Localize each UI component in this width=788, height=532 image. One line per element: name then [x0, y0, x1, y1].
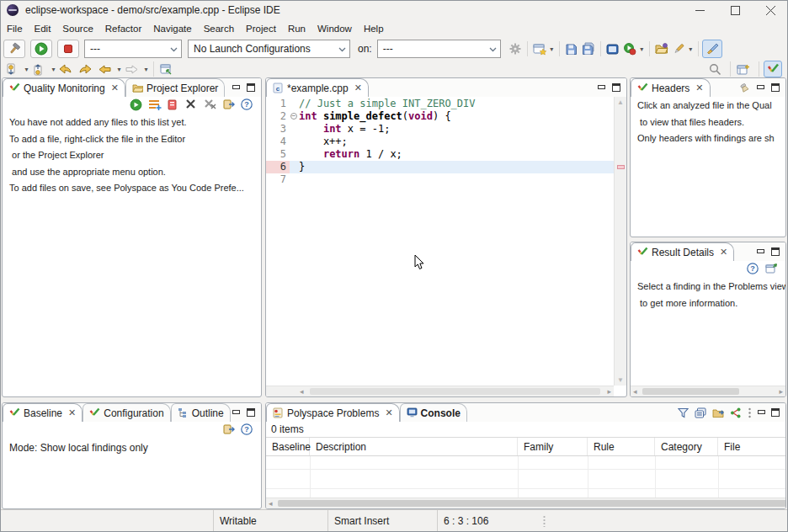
fold-collapse-icon[interactable]: −	[290, 113, 297, 120]
code-editor[interactable]: 1// Just a simple INT_ZERO_DIV2−int simp…	[266, 97, 614, 386]
code-text[interactable]: // Just a simple INT_ZERO_DIV	[299, 98, 614, 110]
clear-view-button[interactable]	[738, 82, 750, 93]
launch-config-combo[interactable]: No Launch Configurations	[188, 40, 350, 58]
save-all-button[interactable]	[580, 40, 597, 57]
code-text[interactable]: int x = -1;	[299, 123, 614, 136]
minimize-view-button[interactable]	[757, 85, 764, 91]
code-text[interactable]: x++;	[299, 136, 614, 148]
annotate-button[interactable]	[670, 40, 687, 57]
tab-headers[interactable]: Headers ✕	[631, 78, 711, 97]
line-number[interactable]: 6	[266, 161, 290, 173]
minimize-view-button[interactable]	[232, 410, 240, 416]
forward-history-dropdown[interactable]: ▾	[142, 61, 150, 77]
help-button[interactable]: ?	[241, 98, 254, 112]
minimize-view-button[interactable]	[598, 85, 605, 91]
close-tab-icon[interactable]: ✕	[111, 82, 119, 93]
code-text[interactable]	[299, 173, 614, 186]
overview-annotation-marker[interactable]	[617, 165, 625, 169]
last-edit-location-button[interactable]	[157, 61, 174, 77]
previous-annotation-dropdown[interactable]: ▾	[50, 61, 57, 77]
next-annotation-dropdown[interactable]: ▾	[23, 61, 30, 77]
menu-item[interactable]: Source	[56, 22, 98, 35]
code-text[interactable]: return 1 / x;	[299, 148, 614, 161]
column-header[interactable]: Category	[655, 438, 718, 455]
run-history-dropdown[interactable]: ▾	[638, 40, 646, 57]
line-number[interactable]: 2	[266, 110, 290, 123]
scroll-right-icon[interactable]: ▸	[607, 386, 611, 396]
maximize-view-button[interactable]	[247, 83, 255, 92]
code-text[interactable]: }	[299, 161, 614, 173]
scroll-left-icon[interactable]: ◂	[633, 386, 637, 396]
editor-horizontal-scrollbar[interactable]: ◂ ▸	[266, 386, 614, 396]
tab-project-explorer[interactable]: Project Explorer	[125, 78, 225, 97]
open-file-button[interactable]	[653, 40, 670, 57]
group-view-button[interactable]	[695, 407, 706, 418]
scroll-up-icon[interactable]: ▲	[615, 98, 626, 106]
menu-item[interactable]: File	[1, 22, 29, 35]
launch-settings-button[interactable]	[507, 40, 524, 57]
view-menu-button[interactable]	[748, 407, 752, 418]
column-header[interactable]: Baseline	[266, 438, 310, 455]
line-number[interactable]: 3	[266, 123, 290, 136]
highlight-toggle-button[interactable]	[702, 40, 722, 58]
column-header[interactable]: Rule	[588, 438, 655, 455]
code-line[interactable]: 5 return 1 / x;	[266, 148, 614, 161]
line-number[interactable]: 1	[266, 98, 290, 110]
menu-item[interactable]: Help	[358, 22, 390, 35]
add-files-button[interactable]	[148, 98, 162, 112]
help-button[interactable]: ?	[747, 263, 760, 276]
minimize-view-button[interactable]	[232, 85, 240, 91]
run-history-button[interactable]	[621, 40, 638, 57]
back-history-dropdown[interactable]: ▾	[115, 61, 123, 77]
tab-outline[interactable]: Outline	[171, 403, 231, 422]
column-header[interactable]: Description	[310, 438, 518, 455]
build-config-combo[interactable]: ---	[84, 40, 182, 58]
console-view-button[interactable]	[604, 40, 621, 57]
help-button[interactable]: ?	[241, 423, 254, 437]
maximize-view-button[interactable]	[771, 247, 780, 256]
line-number[interactable]: 7	[266, 173, 290, 186]
new-wizard-button[interactable]	[531, 40, 548, 57]
minimize-view-button[interactable]	[757, 249, 764, 255]
menu-item[interactable]: Search	[198, 22, 240, 35]
code-line[interactable]: 1// Just a simple INT_ZERO_DIV	[266, 98, 614, 110]
tab-quality-monitoring[interactable]: Quality Monitoring ✕	[3, 78, 125, 97]
column-header[interactable]: Family	[518, 438, 588, 455]
tab-console[interactable]: Console	[400, 403, 467, 422]
forward-history-button[interactable]	[123, 61, 140, 77]
code-line[interactable]: 6}	[266, 161, 614, 173]
sync-button[interactable]	[730, 407, 742, 418]
result-horizontal-scrollbar[interactable]: ◂ ▸	[631, 386, 785, 396]
scroll-right-icon[interactable]: ▸	[779, 386, 783, 396]
stop-button[interactable]	[57, 40, 79, 58]
menu-item[interactable]: Window	[311, 22, 358, 35]
column-header[interactable]: File	[718, 438, 785, 455]
search-button[interactable]	[706, 61, 723, 77]
maximize-button[interactable]	[717, 0, 753, 20]
filter-button[interactable]	[678, 407, 689, 418]
close-tab-icon[interactable]: ✕	[385, 407, 392, 418]
close-tab-icon[interactable]: ✕	[354, 82, 362, 93]
code-line[interactable]: 2−int simple_defect(void) {	[266, 110, 614, 123]
maximize-view-button[interactable]	[247, 408, 255, 417]
run-button[interactable]	[30, 40, 52, 58]
scroll-left-icon[interactable]: ◂	[300, 386, 304, 396]
preferences-button[interactable]	[222, 423, 236, 437]
close-tab-icon[interactable]: ✕	[720, 247, 727, 258]
code-line[interactable]: 3 int x = -1;	[266, 123, 614, 136]
annotate-dropdown[interactable]: ▾	[687, 40, 695, 57]
clear-list-button[interactable]	[204, 98, 217, 112]
line-number[interactable]: 4	[266, 136, 290, 148]
next-annotation-button[interactable]	[3, 61, 20, 77]
menu-item[interactable]: Navigate	[147, 22, 197, 35]
menu-item[interactable]: Refactor	[99, 22, 147, 35]
tab-polyspace-problems[interactable]: Polyspace Problems ✕	[266, 403, 400, 422]
menu-item[interactable]: Project	[240, 22, 282, 35]
forward-button[interactable]	[77, 61, 93, 77]
back-history-button[interactable]	[96, 61, 113, 77]
menu-item[interactable]: Edit	[29, 22, 57, 35]
close-tab-icon[interactable]: ✕	[695, 82, 703, 93]
minimize-button[interactable]	[682, 0, 717, 20]
menu-item[interactable]: Run	[282, 22, 311, 35]
remove-file-button[interactable]	[167, 98, 180, 112]
